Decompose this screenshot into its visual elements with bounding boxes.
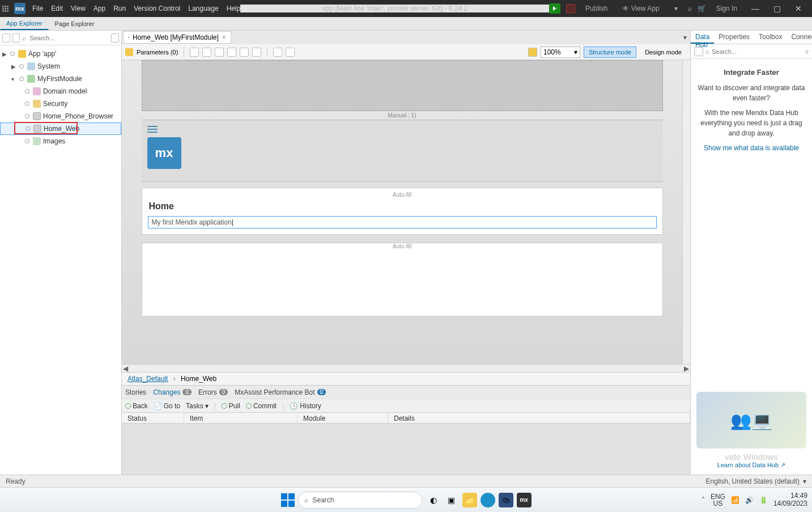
col-details[interactable]: Details (388, 413, 690, 423)
design-mode-button[interactable]: Design mode (640, 46, 687, 58)
tray-volume-icon[interactable]: 🔊 (745, 496, 754, 504)
tree-node-module[interactable]: ▾MyFirstModule (0, 73, 121, 85)
hamburger-icon[interactable] (147, 126, 158, 127)
tray-language[interactable]: ENGUS (711, 493, 725, 507)
sign-in-button[interactable]: Sign In (712, 3, 742, 14)
tab-toolbox[interactable]: Toolbox (754, 31, 787, 44)
search-global-icon[interactable]: ⌕ (688, 5, 692, 12)
maximize-button[interactable]: ▢ (769, 4, 785, 13)
col-module[interactable]: Module (297, 413, 388, 423)
breadcrumb-layout[interactable]: Atlas_Default (127, 375, 168, 383)
toolbar-container-icon[interactable] (202, 48, 211, 57)
start-button[interactable] (281, 493, 295, 507)
taskbar-taskview-icon[interactable]: ▣ (444, 493, 459, 507)
tree-node-domain-model[interactable]: Domain model (0, 85, 121, 98)
learn-datahub-link[interactable]: Learn about Data Hub ↗ (696, 462, 806, 469)
toolbar-rows-icon[interactable] (227, 48, 236, 57)
close-tab-icon[interactable]: × (222, 33, 226, 41)
menu-app[interactable]: App (93, 5, 105, 12)
taskbar-edge-icon[interactable] (481, 493, 495, 507)
status-language[interactable]: English, United States (default) (706, 477, 800, 485)
stop-button[interactable] (566, 4, 575, 13)
minimize-button[interactable]: — (747, 4, 763, 13)
expand-toggle-icon[interactable] (12, 33, 20, 43)
tab-app-explorer[interactable]: App Explorer (0, 17, 49, 30)
taskbar-copilot-icon[interactable]: ◐ (426, 493, 441, 507)
tray-clock[interactable]: 14:4914/09/2023 (773, 492, 807, 507)
tasks-dropdown[interactable]: Tasks▾ (186, 402, 209, 410)
menu-vcs[interactable]: Version Control (134, 5, 180, 12)
filter-icon[interactable]: ▿ (805, 48, 809, 56)
tab-connector[interactable]: Connector (787, 31, 812, 44)
menu-file[interactable]: File (32, 5, 43, 12)
toolbar-settings-icon[interactable] (273, 48, 282, 57)
structure-mode-button[interactable]: Structure mode (584, 46, 636, 58)
tray-chevron-icon[interactable]: ˄ (702, 496, 705, 504)
close-button[interactable]: ✕ (790, 4, 806, 13)
col-item[interactable]: Item (184, 413, 297, 423)
tab-changes[interactable]: Changes0 (153, 388, 192, 396)
empty-layout-region[interactable]: Auto-fill (142, 243, 663, 316)
menu-edit[interactable]: Edit (51, 5, 63, 12)
back-button[interactable]: Back (125, 402, 148, 410)
tab-stories[interactable]: Stories (125, 388, 146, 396)
tray-battery-icon[interactable]: 🔋 (759, 496, 768, 504)
tab-properties[interactable]: Properties (714, 31, 754, 44)
taskbar-explorer-icon[interactable]: 📁 (462, 493, 477, 507)
page-header-region[interactable]: mx (142, 120, 663, 182)
toolbar-input-icon[interactable] (252, 48, 261, 57)
toolbar-error-icon[interactable] (286, 48, 295, 57)
view-app-button[interactable]: 👁 View App (618, 3, 664, 14)
datahub-home-icon[interactable] (694, 47, 703, 56)
page-subtitle-text[interactable]: My first Mendix application (148, 216, 657, 229)
horizontal-scrollbar[interactable]: ◀▶ (122, 364, 690, 372)
toolbar-pointer-icon[interactable] (190, 48, 199, 57)
tab-errors[interactable]: Errors0 (198, 388, 228, 396)
view-app-dropdown[interactable]: ▾ (670, 3, 682, 14)
toolbar-phone-icon[interactable] (528, 48, 537, 57)
datahub-show-link[interactable]: Show me what data is available (696, 143, 806, 153)
tree-node-app[interactable]: ▶App 'app' (0, 48, 121, 60)
tab-performance-bot[interactable]: MxAssist Performance Bot0 (235, 388, 326, 396)
tree-node-system[interactable]: ▶System (0, 60, 121, 73)
datahub-search-input[interactable] (712, 48, 803, 55)
cart-icon[interactable]: 🛒 (698, 5, 706, 12)
doc-tab-home-web[interactable]: Home_Web [MyFirstModule] × (123, 31, 231, 44)
zoom-select[interactable]: 100%▾ (541, 46, 580, 58)
toolbar-columns-icon[interactable] (215, 48, 224, 57)
tray-wifi-icon[interactable]: 📶 (731, 496, 739, 504)
tab-page-explorer[interactable]: Page Explorer (49, 18, 101, 30)
taskbar-search[interactable]: ⌕Search (298, 492, 423, 509)
menu-run[interactable]: Run (113, 5, 126, 12)
menu-view[interactable]: View (71, 5, 86, 12)
page-canvas[interactable]: Manual : 1) mx Auto-fill Home My first M… (142, 60, 663, 316)
toolbar-table-icon[interactable] (240, 48, 249, 57)
tab-overflow-dropdown[interactable]: ▾ (680, 33, 690, 41)
menu-help[interactable]: Help (227, 5, 241, 12)
page-canvas-scroll[interactable]: Manual : 1) mx Auto-fill Home My first M… (122, 60, 682, 364)
history-button[interactable]: 🕓History (290, 402, 321, 410)
page-content-region[interactable]: Auto-fill Home My first Mendix applicati… (142, 188, 663, 235)
tab-data-hub[interactable]: Data Hub (691, 31, 714, 44)
taskbar-mendix-icon[interactable]: mx (517, 493, 532, 507)
vertical-scrollbar[interactable] (682, 60, 690, 364)
app-menu-icon[interactable] (2, 6, 8, 12)
parameters-label[interactable]: Parameters (0) (137, 49, 178, 56)
run-button[interactable] (549, 3, 560, 14)
commit-button[interactable]: Commit (246, 402, 277, 410)
filter-icon[interactable] (111, 33, 119, 43)
status-lang-dropdown[interactable]: ▾ (803, 477, 806, 485)
publish-button[interactable]: Publish (581, 3, 612, 14)
explorer-search-input[interactable] (28, 33, 109, 43)
tree-node-images[interactable]: Images (0, 135, 121, 147)
tree-node-home-phone[interactable]: Home_Phone_Browser (0, 110, 121, 122)
page-title-heading[interactable]: Home (149, 201, 657, 211)
collapse-all-icon[interactable] (2, 33, 10, 43)
taskbar-store-icon[interactable]: 🛍 (499, 493, 513, 507)
menu-language[interactable]: Language (188, 5, 218, 12)
col-status[interactable]: Status (122, 413, 184, 423)
pull-button[interactable]: Pull (222, 402, 240, 410)
tree-node-security[interactable]: Security (0, 98, 121, 110)
tree-node-home-web[interactable]: Home_Web (0, 122, 121, 135)
goto-button[interactable]: 📄Go to (154, 402, 180, 410)
